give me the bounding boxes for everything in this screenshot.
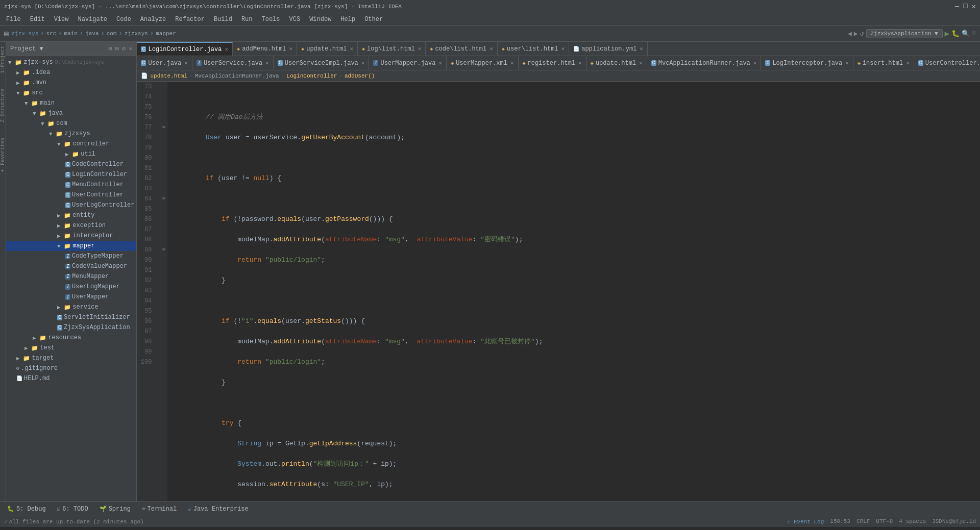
tree-item-service[interactable]: ▶ 📁 service [6,302,136,312]
tree-item-controller[interactable]: ▼ 📁 controller [6,139,136,149]
tree-item-exception[interactable]: ▶ 📁 exception [6,220,136,231]
structure-strip-icon[interactable]: Z Structure [0,89,6,122]
tab-userserviceimpl[interactable]: C UserServiceImpl.java ✕ [274,56,370,70]
tree-item-interceptor[interactable]: ▶ 📁 interceptor [6,231,136,241]
debug-button[interactable]: 🐛 [951,30,960,38]
tree-item-userlog-mapper[interactable]: I UserLogMapper [6,282,136,292]
code-content[interactable]: // 调用Dao层方法 User user = userService.getU… [167,82,980,501]
menu-tools[interactable]: Tools [258,15,284,24]
tab-update2[interactable]: ◈ update.html ✕ [586,56,647,70]
tree-item-zjzxsys-application[interactable]: C ZjzxSysApplication [6,322,136,333]
java-enterprise-tab[interactable]: ☕ Java Enterprise [183,504,254,514]
tab-userservice[interactable]: I UserService.java ✕ [192,56,274,70]
status-line-col[interactable]: 150:53 [830,518,850,525]
tab-code-list[interactable]: ◈ code\list.html ✕ [426,42,497,56]
status-indent[interactable]: 4 spaces [899,518,926,525]
menu-help[interactable]: Help [336,15,359,24]
toolbar-icon-search[interactable]: 🔍 [962,30,970,38]
spring-tab[interactable]: 🌱 Spring [94,504,136,514]
project-close[interactable]: ✕ [129,45,132,53]
tab-usercontroller[interactable]: C UserController.java ✕ [914,56,980,70]
tab-log-list[interactable]: ◈ log\list.html ✕ [358,42,426,56]
breadcrumb-main[interactable]: main [64,31,77,37]
status-git-branch[interactable]: 3SDNs@bfje.ld [932,518,976,525]
breadcrumb-zjzxsys[interactable]: zjzxsys [125,31,148,37]
tree-item-user-mapper[interactable]: I UserMapper [6,292,136,302]
project-settings[interactable]: ⚙ [122,45,126,53]
menu-vcs[interactable]: VCS [285,15,305,24]
tab-close-login-controller[interactable]: ✕ [225,46,228,53]
tree-item-menu-controller[interactable]: C MenuController [6,180,136,190]
terminal-tab[interactable]: ⌨ Terminal [137,504,182,514]
status-event-log[interactable]: ⚠ Event Log [787,518,824,525]
tree-item-main[interactable]: ▼ 📁 main [6,98,136,108]
tree-item-mvn[interactable]: ▶ 📁 .mvn [6,78,136,88]
status-crlf[interactable]: CRLF [856,518,870,525]
tab-loginterceptor[interactable]: C LogInterceptor.java ✕ [761,56,853,70]
menu-file[interactable]: File [2,15,25,24]
menu-analyze[interactable]: Analyze [136,15,170,24]
toolbar-icon-menu[interactable]: ≡ [972,30,976,37]
tab-login-controller[interactable]: C LoginController.java ✕ [137,42,233,56]
tab-close-userserviceimpl[interactable]: ✕ [361,60,365,66]
tab-user-list[interactable]: ◈ user\list.html ✕ [498,42,569,56]
tree-item-gitignore[interactable]: ⚙ .gitignore [6,363,136,373]
menu-run[interactable]: Run [237,15,257,24]
tree-item-com[interactable]: ▼ 📁 com [6,118,136,129]
debug-tab[interactable]: 🐛 5: Debug [2,504,51,514]
breadcrumb-src[interactable]: src [46,31,56,37]
toolbar-icon-back[interactable]: ◀ [848,30,852,38]
tab-close-register[interactable]: ✕ [578,60,582,66]
tab-close-user[interactable]: ✕ [184,60,188,66]
close-button[interactable]: ✕ [972,2,976,11]
tab-user-java[interactable]: C User.java ✕ [137,56,192,70]
breadcrumb-mapper[interactable]: mapper [156,31,176,37]
tree-item-zjzx-sys[interactable]: ▼ 📁 zjzx-sys D:\Code\zjzx-sys [6,57,136,67]
tree-item-src[interactable]: ▼ 📁 src [6,88,136,98]
tree-item-userlog-controller[interactable]: C UserLogController [6,200,136,210]
tab-application-yml[interactable]: 📄 application.yml ✕ [569,42,648,56]
breadcrumb-java[interactable]: java [85,31,99,37]
tab-usermapper-java[interactable]: I UserMapper.java ✕ [369,56,447,70]
minimize-button[interactable]: — [955,2,959,11]
menu-refactor[interactable]: Refactor [171,15,209,24]
toolbar-icon-forward[interactable]: ▶ [854,30,858,38]
tab-close-addmenu[interactable]: ✕ [289,45,293,52]
tab-register[interactable]: ◈ register.html ✕ [519,56,586,70]
tree-item-java[interactable]: ▼ 📁 java [6,108,136,118]
tree-item-zjzxsys[interactable]: ▼ 📁 zjzxsys [6,129,136,139]
menu-view[interactable]: View [50,15,73,24]
tree-item-test[interactable]: ▶ 📁 test [6,343,136,353]
tree-item-help-md[interactable]: 📄 HELP.md [6,373,136,384]
menu-build[interactable]: Build [210,15,236,24]
tab-close-loglist[interactable]: ✕ [418,45,422,52]
tab-close-codelist[interactable]: ✕ [489,45,493,52]
tree-item-util[interactable]: ▶ 📁 util [6,149,136,159]
tree-item-code-controller[interactable]: C CodeController [6,159,136,169]
breadcrumb-zjzx-sys[interactable]: zjzx-sys [11,31,38,37]
tab-usermapper-xml[interactable]: ◈ UserMapper.xml ✕ [447,56,518,70]
tab-close-userservice[interactable]: ✕ [265,60,269,66]
editor-bc-update-html[interactable]: update.html [150,73,187,79]
run-button[interactable]: ▶ [945,29,950,39]
tab-close-update[interactable]: ✕ [350,45,353,52]
editor-bc-login-controller[interactable]: LoginController [286,73,337,79]
menu-navigate[interactable]: Navigate [74,15,111,24]
editor-bc-add-user[interactable]: addUser() [345,73,375,79]
tree-item-target[interactable]: ▶ 📁 target [6,353,136,363]
menu-code[interactable]: Code [112,15,135,24]
project-strip-icon[interactable]: 1:Project [0,46,6,73]
tree-item-codetype-mapper[interactable]: I CodeTypeMapper [6,251,136,261]
tab-close-yml[interactable]: ✕ [640,45,643,52]
toolbar-icon-refresh[interactable]: ↺ [860,30,864,38]
tab-close-mvcrunner[interactable]: ✕ [753,60,757,66]
tab-close-insert[interactable]: ✕ [906,60,910,66]
tree-item-codevalue-mapper[interactable]: I CodeValueMapper [6,261,136,271]
tree-item-entity[interactable]: ▶ 📁 entity [6,210,136,220]
tree-item-servlet-initializer[interactable]: C ServletInitializer [6,312,136,322]
tab-update[interactable]: ◈ update.html ✕ [297,42,358,56]
menu-edit[interactable]: Edit [26,15,49,24]
tab-insert[interactable]: ◈ insert.html ✕ [853,56,914,70]
tree-item-resources[interactable]: ▶ 📁 resources [6,333,136,343]
maximize-button[interactable]: □ [963,2,967,11]
